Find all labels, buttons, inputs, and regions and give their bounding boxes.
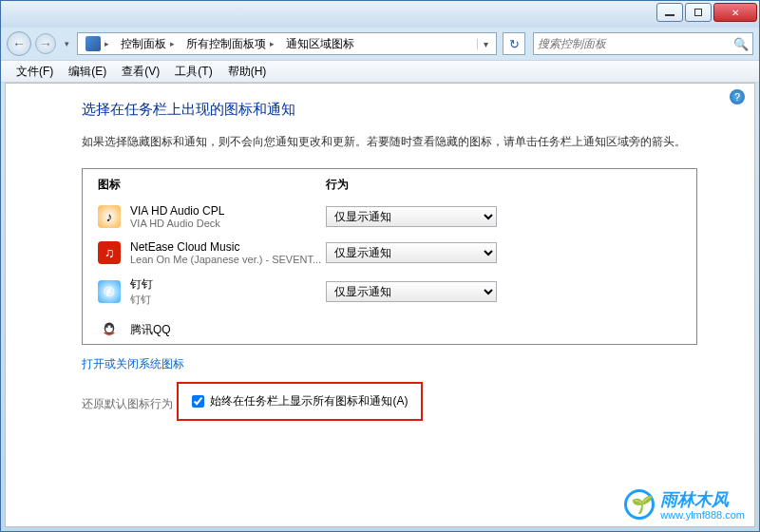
refresh-button[interactable]: ↻	[503, 32, 525, 55]
address-bar[interactable]: ▸ 控制面板▸ 所有控制面板项▸ 通知区域图标 ▾	[77, 32, 497, 55]
checkbox-label: 始终在任务栏上显示所有图标和通知(A)	[210, 393, 408, 409]
menu-tools[interactable]: 工具(T)	[167, 61, 219, 83]
watermark-logo-icon: 🌱	[624, 489, 655, 520]
navbar: ← → ▾ ▸ 控制面板▸ 所有控制面板项▸ 通知区域图标 ▾ ↻ 🔍	[1, 28, 759, 60]
item-sub: 钉钉	[130, 293, 326, 307]
breadcrumb-seg3[interactable]: 通知区域图标	[280, 34, 360, 54]
address-dropdown[interactable]: ▾	[477, 39, 494, 49]
refresh-icon: ↻	[509, 37, 520, 51]
minimize-button[interactable]	[656, 3, 683, 22]
maximize-button[interactable]	[685, 3, 712, 22]
back-button[interactable]: ←	[7, 31, 31, 56]
forward-button[interactable]: →	[35, 33, 56, 54]
behavior-select[interactable]: 仅显示通知	[326, 242, 497, 263]
icon-list[interactable]: 图标 行为 ♪ VIA HD Audio CPLVIA HD Audio Dec…	[82, 168, 697, 345]
dingtalk-icon: ✆	[98, 280, 121, 303]
system-icons-link[interactable]: 打开或关闭系统图标	[82, 356, 184, 372]
help-icon[interactable]: ?	[730, 89, 745, 104]
arrow-left-icon: ←	[12, 36, 26, 51]
watermark-text: 雨林木风	[660, 488, 745, 511]
item-sub: Lean On Me (Japanese ver.) - SEVENT...	[130, 254, 326, 265]
history-dropdown[interactable]: ▾	[60, 32, 73, 55]
breadcrumb-seg1[interactable]: 控制面板▸	[115, 34, 180, 54]
menu-edit[interactable]: 编辑(E)	[61, 61, 114, 83]
titlebar: ✕	[1, 1, 759, 28]
highlight-box: 始终在任务栏上显示所有图标和通知(A)	[177, 382, 423, 421]
list-item: ✆ 钉钉钉钉 仅显示通知	[83, 271, 696, 313]
header-icon: 图标	[98, 177, 326, 193]
list-item: ♫ NetEase Cloud MusicLean On Me (Japanes…	[83, 235, 696, 271]
window: ✕ ← → ▾ ▸ 控制面板▸ 所有控制面板项▸ 通知区域图标 ▾ ↻ 🔍 文件…	[0, 0, 760, 532]
list-item: ♪ VIA HD Audio CPLVIA HD Audio Deck 仅显示通…	[83, 199, 696, 235]
via-audio-icon: ♪	[98, 205, 121, 228]
behavior-select[interactable]: 仅显示通知	[326, 206, 497, 227]
close-button[interactable]: ✕	[713, 3, 757, 22]
svg-point-2	[106, 326, 108, 328]
arrow-right-icon: →	[39, 36, 52, 51]
item-name: 腾讯QQ	[130, 322, 326, 338]
always-show-checkbox[interactable]	[192, 395, 204, 408]
page-title: 选择在任务栏上出现的图标和通知	[82, 101, 697, 119]
item-sub: VIA HD Audio Deck	[130, 218, 326, 229]
list-header: 图标 行为	[83, 169, 696, 199]
restore-default-link[interactable]: 还原默认图标行为	[82, 396, 173, 412]
menu-view[interactable]: 查看(V)	[114, 61, 167, 83]
search-icon[interactable]: 🔍	[733, 37, 749, 51]
breadcrumb-root[interactable]: ▸	[80, 34, 115, 53]
header-action: 行为	[326, 177, 681, 193]
item-name: VIA HD Audio CPL	[130, 204, 326, 218]
netease-icon: ♫	[98, 241, 121, 264]
menubar: 文件(F) 编辑(E) 查看(V) 工具(T) 帮助(H)	[1, 60, 759, 83]
control-panel-icon	[86, 36, 101, 51]
item-name: 钉钉	[130, 276, 326, 293]
search-box[interactable]: 🔍	[533, 32, 753, 55]
search-input[interactable]	[538, 37, 733, 50]
watermark: 🌱 雨林木风 www.ylmf888.com	[624, 488, 745, 521]
page-description: 如果选择隐藏图标和通知，则不会向您通知更改和更新。若要随时查看隐藏的图标，请单击…	[82, 132, 697, 151]
behavior-select[interactable]: 仅显示通知	[326, 281, 497, 302]
qq-icon	[98, 318, 121, 341]
svg-point-3	[110, 326, 112, 328]
item-name: NetEase Cloud Music	[130, 240, 326, 254]
content-pane: ? 选择在任务栏上出现的图标和通知 如果选择隐藏图标和通知，则不会向您通知更改和…	[5, 83, 755, 527]
watermark-url: www.ylmf888.com	[660, 509, 745, 521]
list-item: 腾讯QQ	[83, 313, 696, 345]
breadcrumb-seg2[interactable]: 所有控制面板项▸	[180, 34, 280, 54]
menu-help[interactable]: 帮助(H)	[220, 61, 275, 83]
menu-file[interactable]: 文件(F)	[9, 61, 61, 83]
always-show-label[interactable]: 始终在任务栏上显示所有图标和通知(A)	[192, 393, 408, 409]
